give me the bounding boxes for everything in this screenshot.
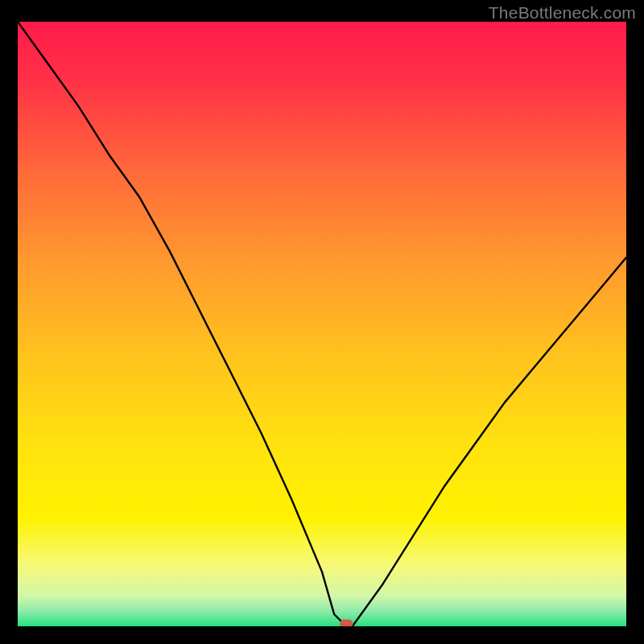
watermark-text: TheBottleneck.com	[489, 3, 636, 23]
chart-container: TheBottleneck.com	[0, 0, 644, 644]
gradient-background	[18, 22, 626, 626]
plot-area	[18, 22, 626, 626]
chart-svg	[18, 22, 626, 626]
optimum-marker	[340, 620, 353, 627]
